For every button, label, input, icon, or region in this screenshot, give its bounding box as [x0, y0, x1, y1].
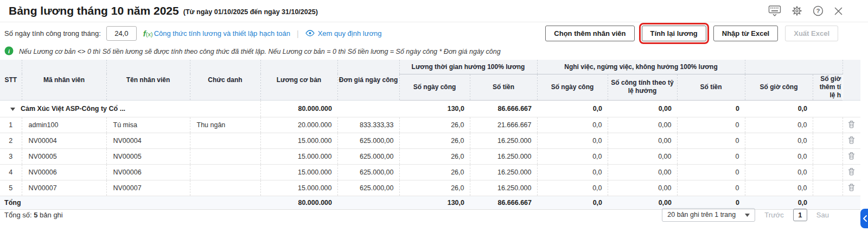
next-page-button[interactable]: Sau — [816, 211, 829, 219]
cell-stt: 5 — [0, 180, 22, 196]
delete-row-button[interactable] — [847, 120, 856, 128]
cell-employee-name: Tú misa — [106, 117, 190, 133]
cell-off-ratio-days: 0,00 — [608, 148, 677, 164]
cell-amount: 16.250.000 — [470, 180, 537, 196]
cell-work-hours: 0,0 — [745, 180, 813, 196]
page-title: Bảng lương tháng 10 năm 2025 — [9, 4, 179, 17]
company-day-rate — [337, 100, 399, 117]
delete-row-button[interactable] — [847, 183, 856, 191]
toolbar-divider: | — [297, 29, 299, 38]
cell-off-days: 0,0 — [537, 117, 608, 133]
eye-icon — [305, 29, 315, 39]
title-date-range: (Từ ngày 01/10/2025 đến ngày 31/10/2025) — [183, 8, 318, 16]
cell-off-ratio-days: 0,00 — [608, 180, 677, 196]
company-group-cell: Cảm Xúc Việt ASP-Công ty Cổ ... — [0, 100, 260, 117]
settings-icon[interactable] — [792, 5, 802, 16]
cell-employee-code: NV00004 — [22, 133, 106, 148]
page-size-select[interactable]: 20 bản ghi trên 1 trang — [662, 208, 755, 222]
salary-table: STT Mã nhân viên Tên nhân viên Chức danh… — [0, 60, 860, 210]
column-header-overtime-hours-clipped[interactable]: Số giờ thêm tí lệ h — [813, 74, 843, 100]
collapse-triangle-icon[interactable] — [10, 105, 15, 113]
cell-off-amount: 0 — [677, 133, 745, 148]
table-row[interactable]: 2 NV00004 NV00004 15.000.000 625.000,00 … — [0, 133, 860, 148]
view-salary-rule-link[interactable]: Xem quy định lương — [305, 29, 382, 39]
company-actions — [843, 100, 860, 117]
cell-employee-name: NV00007 — [106, 180, 190, 196]
cell-overtime-hours — [813, 180, 843, 196]
cell-off-ratio-days: 0,00 — [608, 164, 677, 180]
cell-job-title: Thu ngân — [190, 117, 260, 133]
column-header-off-ratio-days[interactable]: Số công tính theo tỷ lệ hưởng — [608, 74, 677, 100]
cell-employee-name: NV00006 — [106, 164, 190, 180]
chat-float-button[interactable] — [860, 209, 868, 228]
cell-employee-code: admin100 — [22, 117, 106, 133]
column-header-work-hours[interactable]: Số giờ công — [745, 74, 813, 100]
group-header-leave-no-pay: Nghỉ việc, ngừng việc, không hưởng 100% … — [537, 60, 745, 74]
cell-amount: 21.666.667 — [470, 117, 537, 133]
cell-day-rate: 625.000,00 — [337, 180, 399, 196]
column-header-employee-name[interactable]: Tên nhân viên — [106, 60, 190, 100]
payroll-window: Bảng lương tháng 10 năm 2025 (Từ ngày 01… — [0, 0, 868, 231]
cell-work-days: 26,0 — [399, 133, 470, 148]
cell-work-days: 26,0 — [399, 117, 470, 133]
column-header-off-days[interactable]: Số ngày công — [537, 74, 608, 100]
toolbar-buttons: Chọn thêm nhân viên Tính lại lương Nhập … — [545, 26, 838, 41]
delete-row-button[interactable] — [847, 167, 856, 176]
company-work-days: 130,0 — [399, 100, 470, 117]
keyboard-shortcuts-icon[interactable] — [768, 5, 781, 17]
column-header-job-title[interactable]: Chức danh — [190, 60, 260, 100]
close-icon[interactable] — [834, 7, 843, 16]
column-header-employee-code[interactable]: Mã nhân viên — [22, 60, 106, 100]
column-header-day-rate[interactable]: Đơn giá ngày công — [337, 60, 399, 100]
recalculate-salary-button[interactable]: Tính lại lương — [642, 26, 706, 41]
export-excel-button: Xuất Excel — [785, 26, 838, 41]
cell-off-ratio-days: 0,00 — [608, 117, 677, 133]
formula-settings-link[interactable]: Công thức tính lương và thiết lập hạch t… — [154, 29, 290, 38]
company-work-hours: 0,0 — [745, 100, 813, 117]
help-icon[interactable]: ? — [813, 5, 824, 16]
table-row[interactable]: 3 NV00005 NV00005 15.000.000 625.000,00 … — [0, 148, 860, 164]
cell-basic-salary: 15.000.000 — [260, 148, 337, 164]
cell-day-rate: 625.000,00 — [337, 164, 399, 180]
cell-stt: 1 — [0, 117, 22, 133]
work-days-input[interactable] — [106, 26, 137, 41]
add-employees-button[interactable]: Chọn thêm nhân viên — [545, 26, 634, 41]
current-page-box[interactable]: 1 — [793, 209, 807, 221]
cell-overtime-hours — [813, 148, 843, 164]
column-header-off-amount[interactable]: Số tiền — [677, 74, 745, 100]
records-summary: Tổng số: 5 bản ghi — [4, 211, 63, 219]
delete-row-button[interactable] — [847, 152, 856, 160]
work-days-label: Số ngày tính công trong tháng: — [4, 29, 101, 38]
svg-text:?: ? — [816, 8, 820, 14]
cell-employee-name: NV00005 — [106, 148, 190, 164]
delete-row-button[interactable] — [847, 136, 856, 144]
table-row[interactable]: 1 admin100 Tú misa Thu ngân 20.000.000 8… — [0, 117, 860, 133]
cell-job-title — [190, 148, 260, 164]
info-icon: i — [4, 46, 14, 58]
title-bar: Bảng lương tháng 10 năm 2025 (Từ ngày 01… — [0, 0, 868, 22]
import-excel-button[interactable]: Nhập từ Excel — [713, 26, 778, 41]
table-row[interactable]: 4 NV00006 NV00006 15.000.000 625.000,00 … — [0, 164, 860, 180]
formula-note-text: Nếu Lương cơ bản <> 0 thì Số tiền lương … — [19, 48, 501, 55]
column-header-amount[interactable]: Số tiền — [470, 74, 537, 100]
column-header-work-days[interactable]: Số ngày công — [399, 74, 470, 100]
cell-work-hours: 0,0 — [745, 133, 813, 148]
pagination: 20 bản ghi trên 1 trang Trước 1 Sau — [662, 208, 829, 222]
column-header-stt[interactable]: STT — [0, 60, 22, 100]
cell-off-amount: 0 — [677, 164, 745, 180]
cell-stt: 2 — [0, 133, 22, 148]
company-group-row[interactable]: Cảm Xúc Việt ASP-Công ty Cổ ... 80.000.0… — [0, 100, 860, 117]
table-header: STT Mã nhân viên Tên nhân viên Chức danh… — [0, 60, 860, 100]
fx-icon: f(x) — [143, 29, 153, 38]
group-header-overtime — [745, 60, 843, 74]
cell-work-days: 26,0 — [399, 148, 470, 164]
cell-employee-name: NV00004 — [106, 133, 190, 148]
cell-work-hours: 0,0 — [745, 164, 813, 180]
cell-off-amount: 0 — [677, 117, 745, 133]
column-header-basic-salary[interactable]: Lương cơ bản — [260, 60, 337, 100]
company-off-ratio-days: 0,00 — [608, 100, 677, 117]
cell-work-hours: 0,0 — [745, 148, 813, 164]
table-row[interactable]: 5 NV00007 NV00007 15.000.000 625.000,00 … — [0, 180, 860, 196]
prev-page-button[interactable]: Trước — [764, 211, 784, 219]
toolbar: Số ngày tính công trong tháng: f(x) Công… — [0, 22, 868, 45]
